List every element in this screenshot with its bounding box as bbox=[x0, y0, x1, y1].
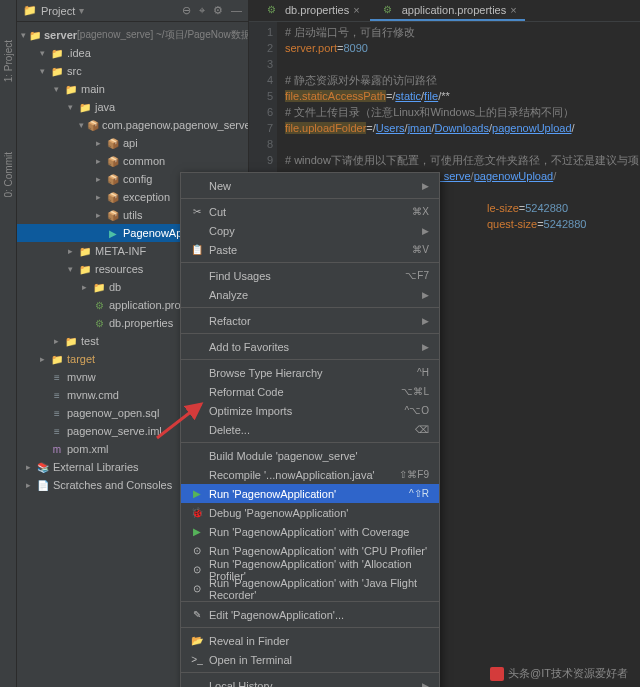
sidebar-header: 📁 Project ▾ ⊖ ⌖ ⚙ — bbox=[17, 0, 248, 22]
project-icon: 📁 bbox=[23, 4, 37, 17]
menu-item[interactable]: Reformat Code⌥⌘L bbox=[181, 382, 439, 401]
menu-icon: ⊙ bbox=[189, 564, 205, 575]
close-icon[interactable]: × bbox=[353, 4, 359, 16]
menu-item[interactable]: Find Usages⌥F7 bbox=[181, 266, 439, 285]
menu-item[interactable]: Analyze▶ bbox=[181, 285, 439, 304]
toolstrip-project[interactable]: 1: Project bbox=[3, 40, 14, 82]
editor-tabs: ⚙db.properties×⚙application.properties× bbox=[249, 0, 640, 22]
toolstrip-commit[interactable]: 0: Commit bbox=[3, 152, 14, 198]
menu-icon: 🐞 bbox=[189, 507, 205, 518]
left-toolstrip: 1: Project 0: Commit bbox=[0, 0, 17, 687]
watermark: 头条@IT技术资源爱好者 bbox=[490, 666, 628, 681]
menu-icon: ✎ bbox=[189, 609, 205, 620]
menu-item[interactable]: 📋Paste⌘V bbox=[181, 240, 439, 259]
menu-item[interactable]: Browse Type Hierarchy^H bbox=[181, 363, 439, 382]
menu-icon: 📂 bbox=[189, 635, 205, 646]
watermark-logo bbox=[490, 667, 504, 681]
menu-item[interactable]: Delete...⌫ bbox=[181, 420, 439, 439]
chevron-down-icon[interactable]: ▾ bbox=[79, 5, 84, 16]
tree-item[interactable]: ▸📦common bbox=[17, 152, 248, 170]
menu-item[interactable]: Build Module 'pagenow_serve' bbox=[181, 446, 439, 465]
menu-item[interactable]: ▶Run 'PagenowApplication'^⇧R bbox=[181, 484, 439, 503]
menu-item[interactable]: ⊙Run 'PagenowApplication' with 'Java Fli… bbox=[181, 579, 439, 598]
menu-icon: ⊙ bbox=[189, 583, 205, 594]
locate-icon[interactable]: ⌖ bbox=[199, 4, 205, 17]
menu-item[interactable]: 📂Reveal in Finder bbox=[181, 631, 439, 650]
menu-item[interactable]: Recompile '...nowApplication.java'⇧⌘F9 bbox=[181, 465, 439, 484]
file-icon: ⚙ bbox=[264, 3, 278, 17]
menu-item[interactable]: Copy▶ bbox=[181, 221, 439, 240]
menu-icon: >_ bbox=[189, 654, 205, 665]
menu-item[interactable]: Optimize Imports^⌥O bbox=[181, 401, 439, 420]
tree-item[interactable]: ▾📁src bbox=[17, 62, 248, 80]
menu-icon: ⊙ bbox=[189, 545, 205, 556]
menu-item[interactable]: Add to Favorites▶ bbox=[181, 337, 439, 356]
tree-item[interactable]: ▾📦com.pagenow.pagenow_serve bbox=[17, 116, 248, 134]
tree-item[interactable]: ▾📁java bbox=[17, 98, 248, 116]
editor-tab[interactable]: ⚙application.properties× bbox=[370, 1, 525, 21]
file-icon: ⚙ bbox=[381, 3, 395, 17]
tree-item[interactable]: ▾📁main bbox=[17, 80, 248, 98]
menu-item[interactable]: ✂Cut⌘X bbox=[181, 202, 439, 221]
hide-icon[interactable]: — bbox=[231, 4, 242, 17]
menu-icon: ✂ bbox=[189, 206, 205, 217]
tree-item[interactable]: ▾📁.idea bbox=[17, 44, 248, 62]
menu-item[interactable]: ✎Edit 'PagenowApplication'... bbox=[181, 605, 439, 624]
menu-icon: 📋 bbox=[189, 244, 205, 255]
settings-icon[interactable]: ⚙ bbox=[213, 4, 223, 17]
context-menu[interactable]: New▶✂Cut⌘XCopy▶📋Paste⌘VFind Usages⌥F7Ana… bbox=[180, 172, 440, 687]
menu-item[interactable]: Refactor▶ bbox=[181, 311, 439, 330]
menu-item[interactable]: 🐞Debug 'PagenowApplication' bbox=[181, 503, 439, 522]
sidebar-title: Project bbox=[41, 5, 75, 17]
menu-item[interactable]: New▶ bbox=[181, 176, 439, 195]
menu-icon: ▶ bbox=[189, 526, 205, 537]
watermark-text: 头条@IT技术资源爱好者 bbox=[508, 666, 628, 681]
collapse-icon[interactable]: ⊖ bbox=[182, 4, 191, 17]
menu-icon: ▶ bbox=[189, 488, 205, 499]
menu-item[interactable]: >_Open in Terminal bbox=[181, 650, 439, 669]
menu-item[interactable]: Local History▶ bbox=[181, 676, 439, 687]
tree-root[interactable]: ▾📁server [pagenow_serve] ~/项目/PageNow数据可… bbox=[17, 26, 248, 44]
close-icon[interactable]: × bbox=[510, 4, 516, 16]
menu-item[interactable]: ▶Run 'PagenowApplication' with Coverage bbox=[181, 522, 439, 541]
tree-item[interactable]: ▸📦api bbox=[17, 134, 248, 152]
editor-tab[interactable]: ⚙db.properties× bbox=[253, 1, 368, 21]
